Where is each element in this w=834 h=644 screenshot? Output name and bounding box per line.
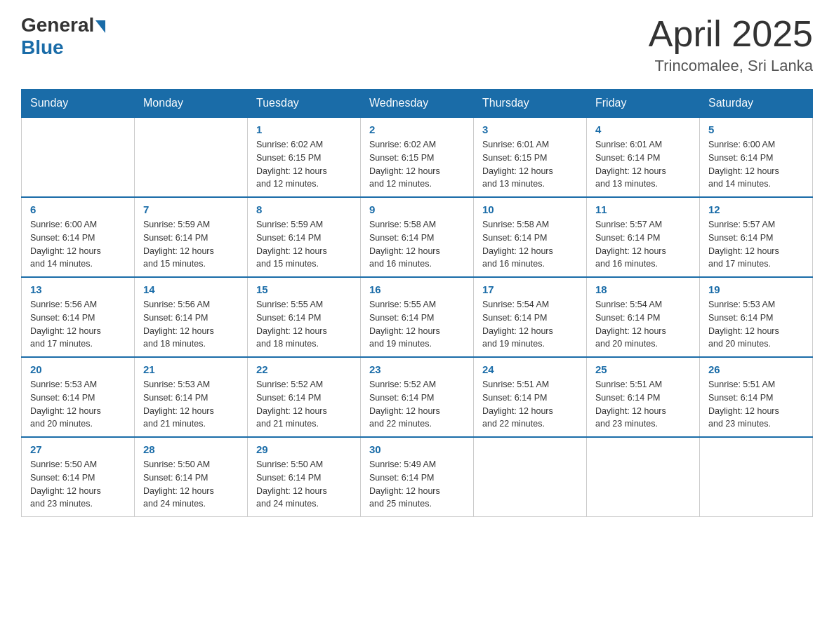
- calendar-cell: [135, 117, 248, 197]
- title-section: April 2025 Trincomalee, Sri Lanka: [649, 14, 813, 75]
- day-number: 7: [143, 203, 239, 215]
- calendar-cell: 12Sunrise: 5:57 AM Sunset: 6:14 PM Dayli…: [700, 197, 813, 277]
- day-number: 24: [482, 363, 578, 375]
- day-info: Sunrise: 5:59 AM Sunset: 6:14 PM Dayligh…: [143, 218, 239, 271]
- calendar-cell: 22Sunrise: 5:52 AM Sunset: 6:14 PM Dayli…: [248, 357, 361, 437]
- day-number: 6: [30, 203, 126, 215]
- day-info: Sunrise: 6:02 AM Sunset: 6:15 PM Dayligh…: [256, 138, 352, 191]
- day-info: Sunrise: 5:55 AM Sunset: 6:14 PM Dayligh…: [256, 298, 352, 351]
- calendar-cell: 25Sunrise: 5:51 AM Sunset: 6:14 PM Dayli…: [587, 357, 700, 437]
- location-title: Trincomalee, Sri Lanka: [649, 57, 813, 75]
- day-info: Sunrise: 5:51 AM Sunset: 6:14 PM Dayligh…: [708, 378, 804, 431]
- col-monday: Monday: [135, 90, 248, 118]
- col-thursday: Thursday: [474, 90, 587, 118]
- calendar-cell: 7Sunrise: 5:59 AM Sunset: 6:14 PM Daylig…: [135, 197, 248, 277]
- day-info: Sunrise: 6:00 AM Sunset: 6:14 PM Dayligh…: [30, 218, 126, 271]
- calendar-cell: 3Sunrise: 6:01 AM Sunset: 6:15 PM Daylig…: [474, 117, 587, 197]
- logo-text: General: [21, 14, 105, 36]
- day-number: 19: [708, 283, 804, 295]
- page-header: General Blue April 2025 Trincomalee, Sri…: [21, 14, 813, 75]
- calendar-cell: 29Sunrise: 5:50 AM Sunset: 6:14 PM Dayli…: [248, 437, 361, 517]
- day-number: 2: [369, 123, 465, 135]
- day-info: Sunrise: 5:52 AM Sunset: 6:14 PM Dayligh…: [256, 378, 352, 431]
- day-number: 8: [256, 203, 352, 215]
- day-info: Sunrise: 6:01 AM Sunset: 6:15 PM Dayligh…: [482, 138, 578, 191]
- day-info: Sunrise: 5:55 AM Sunset: 6:14 PM Dayligh…: [369, 298, 465, 351]
- calendar-cell: 6Sunrise: 6:00 AM Sunset: 6:14 PM Daylig…: [22, 197, 135, 277]
- calendar-cell: 14Sunrise: 5:56 AM Sunset: 6:14 PM Dayli…: [135, 277, 248, 357]
- logo-arrow-icon: [95, 20, 105, 33]
- day-info: Sunrise: 5:53 AM Sunset: 6:14 PM Dayligh…: [143, 378, 239, 431]
- day-info: Sunrise: 5:50 AM Sunset: 6:14 PM Dayligh…: [143, 458, 239, 511]
- day-number: 20: [30, 363, 126, 375]
- day-number: 15: [256, 283, 352, 295]
- day-info: Sunrise: 6:01 AM Sunset: 6:14 PM Dayligh…: [595, 138, 691, 191]
- day-number: 12: [708, 203, 804, 215]
- day-info: Sunrise: 5:56 AM Sunset: 6:14 PM Dayligh…: [143, 298, 239, 351]
- day-number: 5: [708, 123, 804, 135]
- month-title: April 2025: [649, 14, 813, 54]
- calendar-cell: 16Sunrise: 5:55 AM Sunset: 6:14 PM Dayli…: [361, 277, 474, 357]
- day-info: Sunrise: 6:02 AM Sunset: 6:15 PM Dayligh…: [369, 138, 465, 191]
- calendar-cell: 24Sunrise: 5:51 AM Sunset: 6:14 PM Dayli…: [474, 357, 587, 437]
- day-info: Sunrise: 5:59 AM Sunset: 6:14 PM Dayligh…: [256, 218, 352, 271]
- calendar-cell: 10Sunrise: 5:58 AM Sunset: 6:14 PM Dayli…: [474, 197, 587, 277]
- calendar-cell: 27Sunrise: 5:50 AM Sunset: 6:14 PM Dayli…: [22, 437, 135, 517]
- calendar-cell: 13Sunrise: 5:56 AM Sunset: 6:14 PM Dayli…: [22, 277, 135, 357]
- day-info: Sunrise: 5:51 AM Sunset: 6:14 PM Dayligh…: [595, 378, 691, 431]
- col-friday: Friday: [587, 90, 700, 118]
- calendar-cell: 23Sunrise: 5:52 AM Sunset: 6:14 PM Dayli…: [361, 357, 474, 437]
- day-number: 16: [369, 283, 465, 295]
- day-info: Sunrise: 5:57 AM Sunset: 6:14 PM Dayligh…: [595, 218, 691, 271]
- week-row-3: 13Sunrise: 5:56 AM Sunset: 6:14 PM Dayli…: [22, 277, 813, 357]
- week-row-1: 1Sunrise: 6:02 AM Sunset: 6:15 PM Daylig…: [22, 117, 813, 197]
- calendar-cell: 9Sunrise: 5:58 AM Sunset: 6:14 PM Daylig…: [361, 197, 474, 277]
- day-info: Sunrise: 5:54 AM Sunset: 6:14 PM Dayligh…: [595, 298, 691, 351]
- day-info: Sunrise: 5:49 AM Sunset: 6:14 PM Dayligh…: [369, 458, 465, 511]
- day-number: 1: [256, 123, 352, 135]
- day-number: 25: [595, 363, 691, 375]
- day-info: Sunrise: 5:54 AM Sunset: 6:14 PM Dayligh…: [482, 298, 578, 351]
- calendar-cell: 20Sunrise: 5:53 AM Sunset: 6:14 PM Dayli…: [22, 357, 135, 437]
- day-info: Sunrise: 5:52 AM Sunset: 6:14 PM Dayligh…: [369, 378, 465, 431]
- day-number: 10: [482, 203, 578, 215]
- week-row-2: 6Sunrise: 6:00 AM Sunset: 6:14 PM Daylig…: [22, 197, 813, 277]
- day-number: 29: [256, 443, 352, 455]
- col-tuesday: Tuesday: [248, 90, 361, 118]
- calendar-cell: 1Sunrise: 6:02 AM Sunset: 6:15 PM Daylig…: [248, 117, 361, 197]
- day-info: Sunrise: 5:50 AM Sunset: 6:14 PM Dayligh…: [256, 458, 352, 511]
- col-sunday: Sunday: [22, 90, 135, 118]
- logo: General Blue: [21, 14, 105, 59]
- day-info: Sunrise: 5:58 AM Sunset: 6:14 PM Dayligh…: [369, 218, 465, 271]
- col-wednesday: Wednesday: [361, 90, 474, 118]
- day-number: 28: [143, 443, 239, 455]
- day-number: 26: [708, 363, 804, 375]
- calendar-cell: [22, 117, 135, 197]
- calendar-cell: [587, 437, 700, 517]
- day-info: Sunrise: 5:50 AM Sunset: 6:14 PM Dayligh…: [30, 458, 126, 511]
- calendar-cell: [700, 437, 813, 517]
- calendar-cell: [474, 437, 587, 517]
- calendar-cell: 26Sunrise: 5:51 AM Sunset: 6:14 PM Dayli…: [700, 357, 813, 437]
- day-info: Sunrise: 5:53 AM Sunset: 6:14 PM Dayligh…: [708, 298, 804, 351]
- day-number: 30: [369, 443, 465, 455]
- day-number: 11: [595, 203, 691, 215]
- calendar-cell: 2Sunrise: 6:02 AM Sunset: 6:15 PM Daylig…: [361, 117, 474, 197]
- calendar-cell: 8Sunrise: 5:59 AM Sunset: 6:14 PM Daylig…: [248, 197, 361, 277]
- calendar-table: Sunday Monday Tuesday Wednesday Thursday…: [21, 89, 813, 517]
- week-row-5: 27Sunrise: 5:50 AM Sunset: 6:14 PM Dayli…: [22, 437, 813, 517]
- day-number: 13: [30, 283, 126, 295]
- logo-blue-text: Blue: [21, 36, 64, 59]
- day-number: 27: [30, 443, 126, 455]
- calendar-cell: 11Sunrise: 5:57 AM Sunset: 6:14 PM Dayli…: [587, 197, 700, 277]
- day-number: 22: [256, 363, 352, 375]
- day-number: 17: [482, 283, 578, 295]
- calendar-cell: 15Sunrise: 5:55 AM Sunset: 6:14 PM Dayli…: [248, 277, 361, 357]
- day-number: 14: [143, 283, 239, 295]
- week-row-4: 20Sunrise: 5:53 AM Sunset: 6:14 PM Dayli…: [22, 357, 813, 437]
- day-info: Sunrise: 5:57 AM Sunset: 6:14 PM Dayligh…: [708, 218, 804, 271]
- calendar-cell: 19Sunrise: 5:53 AM Sunset: 6:14 PM Dayli…: [700, 277, 813, 357]
- calendar-cell: 5Sunrise: 6:00 AM Sunset: 6:14 PM Daylig…: [700, 117, 813, 197]
- day-info: Sunrise: 5:53 AM Sunset: 6:14 PM Dayligh…: [30, 378, 126, 431]
- day-number: 21: [143, 363, 239, 375]
